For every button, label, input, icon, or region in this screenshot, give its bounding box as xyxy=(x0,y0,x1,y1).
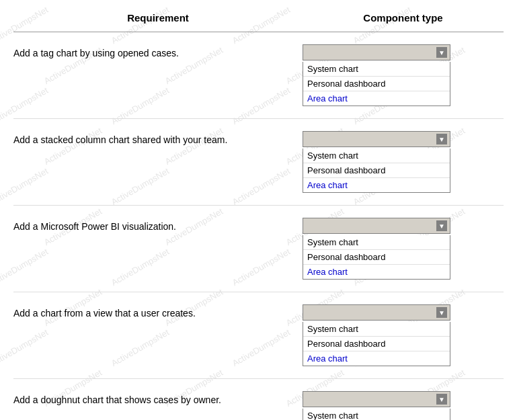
requirement-text: Add a doughnut chart that shows cases by… xyxy=(13,391,303,407)
dropdown-option[interactable]: System chart xyxy=(303,322,450,337)
dropdown-arrow-icon: ▼ xyxy=(436,134,447,144)
dropdown-arrow-icon: ▼ xyxy=(436,220,447,231)
dropdown-options: System chartPersonal dashboardArea chart xyxy=(303,409,450,420)
dropdown-options: System chartPersonal dashboardArea chart xyxy=(303,62,450,106)
dropdown-option[interactable]: System chart xyxy=(303,149,450,163)
dropdown-option[interactable]: Personal dashboard xyxy=(303,250,450,265)
dropdown-container: ▼System chartPersonal dashboardArea char… xyxy=(303,44,504,106)
dropdown-arrow-icon: ▼ xyxy=(436,47,447,58)
dropdown-options: System chartPersonal dashboardArea chart xyxy=(303,149,450,193)
dropdown-options: System chartPersonal dashboardArea chart xyxy=(303,235,450,280)
header-component: Component type xyxy=(303,12,504,24)
dropdown-option[interactable]: Personal dashboard xyxy=(303,163,450,178)
dropdown-option[interactable]: System chart xyxy=(303,409,450,420)
dropdown-option[interactable]: Area chart xyxy=(303,178,450,192)
dropdown-option[interactable]: Area chart xyxy=(303,351,450,366)
dropdown-container: ▼System chartPersonal dashboardArea char… xyxy=(303,391,504,420)
dropdown-container: ▼System chartPersonal dashboardArea char… xyxy=(303,218,504,280)
dropdown-container: ▼System chartPersonal dashboardArea char… xyxy=(303,131,504,193)
dropdown-trigger[interactable]: ▼ xyxy=(303,304,450,321)
table-row: Add a tag chart by using opened cases.▼S… xyxy=(13,32,504,119)
requirement-text: Add a tag chart by using opened cases. xyxy=(13,44,303,60)
header-requirement: Requirement xyxy=(13,12,303,24)
dropdown-option[interactable]: System chart xyxy=(303,235,450,250)
table-row: Add a Microsoft Power BI visualization.▼… xyxy=(13,206,504,292)
dropdown-options: System chartPersonal dashboardArea chart xyxy=(303,322,450,366)
dropdown-option[interactable]: Area chart xyxy=(303,265,450,279)
requirement-text: Add a Microsoft Power BI visualization. xyxy=(13,218,303,234)
table-row: Add a stacked column chart shared with y… xyxy=(13,119,504,206)
table-header: Requirement Component type xyxy=(13,7,504,32)
dropdown-option[interactable]: Personal dashboard xyxy=(303,337,450,351)
dropdown-container: ▼System chartPersonal dashboardArea char… xyxy=(303,304,504,366)
dropdown-trigger[interactable]: ▼ xyxy=(303,44,450,60)
dropdown-option[interactable]: Area chart xyxy=(303,91,450,106)
rows-container: Add a tag chart by using opened cases.▼S… xyxy=(13,32,504,420)
requirement-text: Add a chart from a view that a user crea… xyxy=(13,304,303,321)
table-row: Add a doughnut chart that shows cases by… xyxy=(13,379,504,420)
dropdown-trigger[interactable]: ▼ xyxy=(303,218,450,234)
table-row: Add a chart from a view that a user crea… xyxy=(13,292,504,379)
dropdown-option[interactable]: Personal dashboard xyxy=(303,77,450,91)
dropdown-arrow-icon: ▼ xyxy=(436,307,447,318)
requirement-text: Add a stacked column chart shared with y… xyxy=(13,131,303,147)
dropdown-trigger[interactable]: ▼ xyxy=(303,391,450,407)
dropdown-trigger[interactable]: ▼ xyxy=(303,131,450,147)
dropdown-option[interactable]: System chart xyxy=(303,62,450,77)
dropdown-arrow-icon: ▼ xyxy=(436,394,447,405)
main-content: Requirement Component type Add a tag cha… xyxy=(0,0,517,420)
